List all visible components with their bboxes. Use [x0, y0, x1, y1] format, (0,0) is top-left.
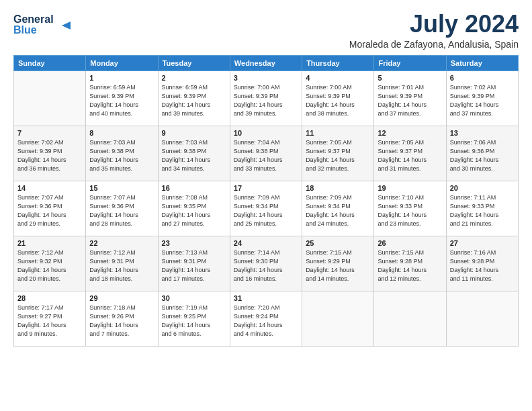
day-number: 5	[378, 74, 442, 82]
table-row: 1Sunrise: 6:59 AM Sunset: 9:39 PM Daylig…	[86, 71, 158, 126]
logo-icon: General Blue	[13, 11, 74, 36]
table-row: 14Sunrise: 7:07 AM Sunset: 9:36 PM Dayli…	[14, 181, 86, 236]
day-number: 17	[234, 184, 298, 192]
day-info: Sunrise: 7:12 AM Sunset: 9:32 PM Dayligh…	[17, 248, 82, 283]
calendar-week-row: 7Sunrise: 7:02 AM Sunset: 9:39 PM Daylig…	[14, 126, 519, 181]
title-block: July 2024 Moraleda de Zafayona, Andalusi…	[349, 11, 519, 50]
table-row: 29Sunrise: 7:18 AM Sunset: 9:26 PM Dayli…	[86, 291, 158, 346]
table-row: 22Sunrise: 7:12 AM Sunset: 9:31 PM Dayli…	[86, 236, 158, 291]
day-info: Sunrise: 7:05 AM Sunset: 9:37 PM Dayligh…	[306, 138, 370, 173]
day-number: 31	[234, 294, 298, 302]
svg-text:Blue: Blue	[13, 24, 37, 36]
calendar-week-row: 28Sunrise: 7:17 AM Sunset: 9:27 PM Dayli…	[14, 291, 519, 346]
day-number: 30	[162, 294, 226, 302]
table-row: 2Sunrise: 6:59 AM Sunset: 9:39 PM Daylig…	[158, 71, 230, 126]
day-info: Sunrise: 7:14 AM Sunset: 9:30 PM Dayligh…	[234, 248, 298, 283]
day-number: 27	[450, 239, 515, 247]
day-number: 21	[17, 239, 82, 247]
day-number: 19	[378, 184, 442, 192]
day-info: Sunrise: 7:16 AM Sunset: 9:28 PM Dayligh…	[450, 248, 515, 283]
day-info: Sunrise: 7:02 AM Sunset: 9:39 PM Dayligh…	[17, 138, 82, 173]
day-number: 29	[89, 294, 154, 302]
day-info: Sunrise: 7:03 AM Sunset: 9:38 PM Dayligh…	[162, 138, 226, 173]
table-row: 25Sunrise: 7:15 AM Sunset: 9:29 PM Dayli…	[302, 236, 374, 291]
table-row: 11Sunrise: 7:05 AM Sunset: 9:37 PM Dayli…	[302, 126, 374, 181]
day-number: 2	[162, 74, 226, 82]
svg-marker-2	[62, 21, 71, 30]
calendar-week-row: 21Sunrise: 7:12 AM Sunset: 9:32 PM Dayli…	[14, 236, 519, 291]
day-number: 28	[17, 294, 82, 302]
table-row: 12Sunrise: 7:05 AM Sunset: 9:37 PM Dayli…	[374, 126, 446, 181]
table-row: 13Sunrise: 7:06 AM Sunset: 9:36 PM Dayli…	[446, 126, 518, 181]
calendar-header-row: Sunday Monday Tuesday Wednesday Thursday…	[14, 55, 519, 71]
day-number: 7	[17, 129, 82, 137]
table-row: 18Sunrise: 7:09 AM Sunset: 9:34 PM Dayli…	[302, 181, 374, 236]
table-row: 5Sunrise: 7:01 AM Sunset: 9:39 PM Daylig…	[374, 71, 446, 126]
col-thursday: Thursday	[302, 55, 374, 71]
day-info: Sunrise: 7:06 AM Sunset: 9:36 PM Dayligh…	[450, 138, 515, 173]
day-info: Sunrise: 7:19 AM Sunset: 9:25 PM Dayligh…	[162, 304, 226, 338]
day-info: Sunrise: 7:01 AM Sunset: 9:39 PM Dayligh…	[378, 83, 442, 118]
day-info: Sunrise: 7:03 AM Sunset: 9:38 PM Dayligh…	[89, 138, 154, 173]
day-number: 4	[306, 74, 370, 82]
table-row: 28Sunrise: 7:17 AM Sunset: 9:27 PM Dayli…	[14, 291, 86, 346]
calendar-week-row: 14Sunrise: 7:07 AM Sunset: 9:36 PM Dayli…	[14, 181, 519, 236]
day-info: Sunrise: 7:15 AM Sunset: 9:29 PM Dayligh…	[306, 248, 370, 283]
subtitle: Moraleda de Zafayona, Andalusia, Spain	[349, 39, 519, 50]
table-row: 3Sunrise: 7:00 AM Sunset: 9:39 PM Daylig…	[230, 71, 302, 126]
logo: General Blue	[13, 11, 74, 38]
day-info: Sunrise: 7:11 AM Sunset: 9:33 PM Dayligh…	[450, 193, 515, 228]
day-number: 24	[234, 239, 298, 247]
day-number: 26	[378, 239, 442, 247]
day-info: Sunrise: 7:00 AM Sunset: 9:39 PM Dayligh…	[234, 83, 298, 118]
table-row: 24Sunrise: 7:14 AM Sunset: 9:30 PM Dayli…	[230, 236, 302, 291]
day-info: Sunrise: 7:15 AM Sunset: 9:28 PM Dayligh…	[378, 248, 442, 283]
table-row: 4Sunrise: 7:00 AM Sunset: 9:39 PM Daylig…	[302, 71, 374, 126]
table-row: 30Sunrise: 7:19 AM Sunset: 9:25 PM Dayli…	[158, 291, 230, 346]
table-row: 27Sunrise: 7:16 AM Sunset: 9:28 PM Dayli…	[446, 236, 518, 291]
col-tuesday: Tuesday	[158, 55, 230, 71]
table-row: 21Sunrise: 7:12 AM Sunset: 9:32 PM Dayli…	[14, 236, 86, 291]
table-row	[302, 291, 374, 346]
table-row: 20Sunrise: 7:11 AM Sunset: 9:33 PM Dayli…	[446, 181, 518, 236]
table-row: 26Sunrise: 7:15 AM Sunset: 9:28 PM Dayli…	[374, 236, 446, 291]
day-number: 23	[162, 239, 226, 247]
day-number: 20	[450, 184, 515, 192]
day-info: Sunrise: 6:59 AM Sunset: 9:39 PM Dayligh…	[89, 83, 154, 118]
day-info: Sunrise: 7:07 AM Sunset: 9:36 PM Dayligh…	[17, 193, 82, 228]
table-row: 9Sunrise: 7:03 AM Sunset: 9:38 PM Daylig…	[158, 126, 230, 181]
day-number: 11	[306, 129, 370, 137]
day-info: Sunrise: 7:07 AM Sunset: 9:36 PM Dayligh…	[89, 193, 154, 228]
day-number: 13	[450, 129, 515, 137]
svg-text:General: General	[13, 13, 54, 25]
col-wednesday: Wednesday	[230, 55, 302, 71]
day-info: Sunrise: 7:00 AM Sunset: 9:39 PM Dayligh…	[306, 83, 370, 118]
main-title: July 2024	[349, 11, 519, 38]
day-number: 3	[234, 74, 298, 82]
day-info: Sunrise: 6:59 AM Sunset: 9:39 PM Dayligh…	[162, 83, 226, 118]
day-info: Sunrise: 7:08 AM Sunset: 9:35 PM Dayligh…	[162, 193, 226, 228]
day-number: 6	[450, 74, 515, 82]
day-info: Sunrise: 7:18 AM Sunset: 9:26 PM Dayligh…	[89, 304, 154, 338]
col-monday: Monday	[86, 55, 158, 71]
col-saturday: Saturday	[446, 55, 518, 71]
calendar-week-row: 1Sunrise: 6:59 AM Sunset: 9:39 PM Daylig…	[14, 71, 519, 126]
day-info: Sunrise: 7:02 AM Sunset: 9:39 PM Dayligh…	[450, 83, 515, 118]
calendar-table: Sunday Monday Tuesday Wednesday Thursday…	[13, 55, 519, 347]
table-row: 15Sunrise: 7:07 AM Sunset: 9:36 PM Dayli…	[86, 181, 158, 236]
table-row: 17Sunrise: 7:09 AM Sunset: 9:34 PM Dayli…	[230, 181, 302, 236]
col-friday: Friday	[374, 55, 446, 71]
table-row: 6Sunrise: 7:02 AM Sunset: 9:39 PM Daylig…	[446, 71, 518, 126]
table-row	[446, 291, 518, 346]
header: General Blue July 2024 Moraleda de Zafay…	[13, 11, 519, 50]
day-info: Sunrise: 7:05 AM Sunset: 9:37 PM Dayligh…	[378, 138, 442, 173]
table-row: 31Sunrise: 7:20 AM Sunset: 9:24 PM Dayli…	[230, 291, 302, 346]
day-info: Sunrise: 7:04 AM Sunset: 9:38 PM Dayligh…	[234, 138, 298, 173]
page: General Blue July 2024 Moraleda de Zafay…	[0, 0, 532, 411]
day-number: 22	[89, 239, 154, 247]
table-row: 10Sunrise: 7:04 AM Sunset: 9:38 PM Dayli…	[230, 126, 302, 181]
day-number: 16	[162, 184, 226, 192]
day-info: Sunrise: 7:13 AM Sunset: 9:31 PM Dayligh…	[162, 248, 226, 283]
day-info: Sunrise: 7:09 AM Sunset: 9:34 PM Dayligh…	[306, 193, 370, 228]
day-number: 1	[89, 74, 154, 82]
